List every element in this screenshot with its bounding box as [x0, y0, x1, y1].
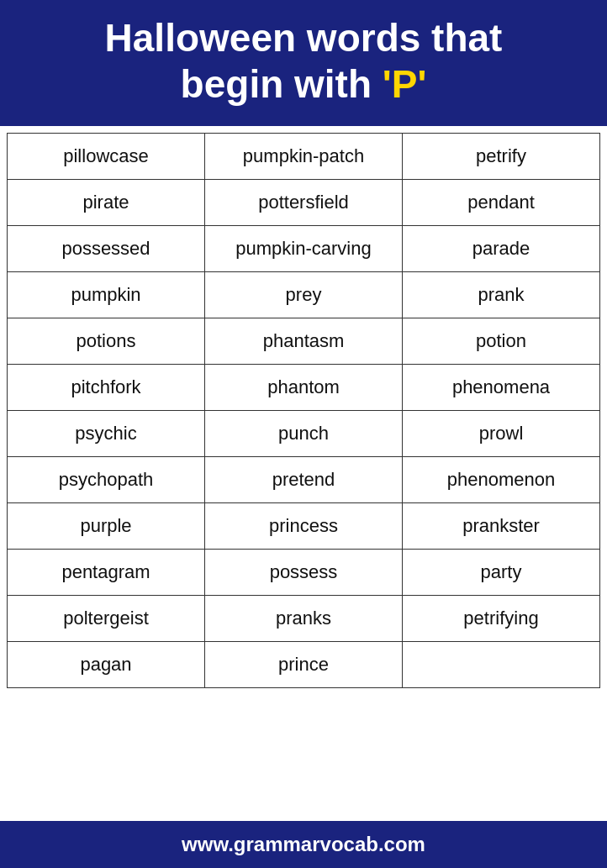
- table-row: potionsphantasmpotion: [8, 318, 600, 365]
- table-cell: parade: [403, 226, 600, 272]
- table-cell: pumpkin-patch: [205, 134, 403, 180]
- table-cell: prank: [403, 272, 600, 318]
- table-cell: [403, 642, 600, 688]
- table-row: possessedpumpkin-carvingparade: [8, 226, 600, 272]
- table-row: paganprince: [8, 642, 600, 688]
- table-row: pentagrampossessparty: [8, 550, 600, 596]
- table-cell: prey: [205, 272, 403, 318]
- table-cell: party: [403, 550, 600, 596]
- word-table-container: pillowcasepumpkin-patchpetrifypiratepott…: [0, 126, 607, 821]
- table-cell: psychic: [8, 411, 205, 457]
- page-title: Halloween words that begin with 'P': [17, 15, 590, 108]
- table-cell: pendant: [403, 180, 600, 226]
- table-cell: potions: [8, 318, 205, 365]
- table-row: piratepottersfieldpendant: [8, 180, 600, 226]
- table-row: psychicpunchprowl: [8, 411, 600, 457]
- table-row: pumpkinpreyprank: [8, 272, 600, 318]
- header: Halloween words that begin with 'P': [0, 0, 607, 126]
- table-cell: pumpkin-carving: [205, 226, 403, 272]
- table-cell: possess: [205, 550, 403, 596]
- footer-url: www.grammarvocab.com: [8, 833, 599, 856]
- table-row: pillowcasepumpkin-patchpetrify: [8, 134, 600, 180]
- table-cell: pitchfork: [8, 365, 205, 411]
- table-cell: psychopath: [8, 457, 205, 503]
- table-cell: phantasm: [205, 318, 403, 365]
- table-cell: phenomenon: [403, 457, 600, 503]
- footer: www.grammarvocab.com: [0, 821, 607, 868]
- table-cell: pranks: [205, 596, 403, 642]
- table-cell: prankster: [403, 503, 600, 550]
- table-cell: potion: [403, 318, 600, 365]
- table-cell: punch: [205, 411, 403, 457]
- table-cell: phenomena: [403, 365, 600, 411]
- table-cell: pirate: [8, 180, 205, 226]
- table-row: purpleprincessprankster: [8, 503, 600, 550]
- table-cell: petrifying: [403, 596, 600, 642]
- word-table: pillowcasepumpkin-patchpetrifypiratepott…: [7, 133, 600, 688]
- table-cell: pagan: [8, 642, 205, 688]
- table-row: pitchforkphantomphenomena: [8, 365, 600, 411]
- table-cell: petrify: [403, 134, 600, 180]
- table-cell: pillowcase: [8, 134, 205, 180]
- table-cell: poltergeist: [8, 596, 205, 642]
- title-highlight: 'P': [383, 62, 427, 106]
- table-cell: prowl: [403, 411, 600, 457]
- table-cell: princess: [205, 503, 403, 550]
- table-row: psychopathpretendphenomenon: [8, 457, 600, 503]
- title-line2-prefix: begin with: [181, 62, 383, 106]
- table-cell: possessed: [8, 226, 205, 272]
- table-cell: purple: [8, 503, 205, 550]
- title-line1: Halloween words that: [105, 16, 503, 60]
- table-cell: pottersfield: [205, 180, 403, 226]
- table-cell: pentagram: [8, 550, 205, 596]
- table-cell: phantom: [205, 365, 403, 411]
- table-cell: prince: [205, 642, 403, 688]
- table-row: poltergeistprankspetrifying: [8, 596, 600, 642]
- table-cell: pumpkin: [8, 272, 205, 318]
- table-cell: pretend: [205, 457, 403, 503]
